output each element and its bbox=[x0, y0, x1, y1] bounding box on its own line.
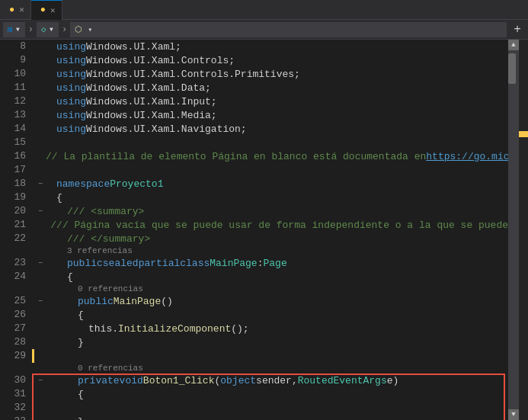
token-kw: using bbox=[56, 110, 86, 121]
collapse-arrow-30[interactable]: − bbox=[35, 377, 46, 385]
line-num-_ref3 bbox=[0, 363, 26, 374]
token-kw: partial bbox=[139, 258, 181, 269]
scroll-up-button[interactable]: ▲ bbox=[508, 40, 519, 50]
line-num-13: 13 bbox=[0, 108, 26, 122]
token-comment: /// <summary> bbox=[67, 206, 144, 217]
code-line-_ref3: 0 referencias bbox=[35, 363, 508, 374]
meta-label: 3 referencias bbox=[35, 246, 133, 255]
token-kw: using bbox=[56, 82, 86, 94]
code-line-15 bbox=[35, 136, 508, 149]
code-line-29 bbox=[35, 349, 508, 363]
line-num-26: 26 bbox=[0, 308, 26, 322]
token-plain: { bbox=[78, 309, 84, 321]
tab-xaml-dot: ● bbox=[40, 5, 46, 15]
line-num-24: 24 bbox=[0, 270, 26, 284]
collapse-arrow-18[interactable]: − bbox=[35, 180, 46, 188]
line-num-25: 25 bbox=[0, 294, 26, 308]
line-num-14: 14 bbox=[0, 122, 26, 136]
line-numbers: 8910111213141516171819202122232425262728… bbox=[0, 40, 32, 420]
line-num-15: 15 bbox=[0, 136, 26, 149]
breadcrumb-sep1: › bbox=[28, 24, 34, 35]
collapse-arrow-20[interactable]: − bbox=[35, 207, 46, 216]
line-num-21: 21 bbox=[0, 218, 26, 232]
add-watch-button[interactable]: + bbox=[510, 22, 525, 37]
breadcrumb-project-arrow: ▾ bbox=[15, 24, 21, 35]
line-num-16: 16 bbox=[0, 149, 26, 163]
code-area[interactable]: using Windows.UI.Xaml;using Windows.UI.X… bbox=[32, 40, 508, 420]
token-plain: } bbox=[78, 337, 84, 348]
breadcrumb-method[interactable]: ⬡ ▾ bbox=[70, 22, 507, 37]
token-kw: public bbox=[67, 258, 103, 269]
token-plain: Windows.UI.Xaml.Navigation; bbox=[86, 123, 247, 135]
line-num-12: 12 bbox=[0, 95, 26, 108]
token-method: MainPage bbox=[114, 296, 161, 307]
code-line-24: { bbox=[35, 270, 508, 284]
code-line-14: using Windows.UI.Xaml.Navigation; bbox=[35, 122, 508, 136]
breadcrumb-project[interactable]: ⊞ ▾ bbox=[3, 22, 25, 37]
collapse-arrow-23[interactable]: − bbox=[35, 259, 46, 268]
code-line-26: { bbox=[35, 308, 508, 322]
editor-area: 8910111213141516171819202122232425262728… bbox=[0, 40, 528, 420]
token-plain: Windows.UI.Xaml.Controls.Primitives; bbox=[86, 69, 300, 80]
token-plain: Windows.UI.Xaml.Data; bbox=[86, 82, 211, 94]
line-num-30: 30 bbox=[0, 374, 26, 387]
token-plain: : bbox=[258, 258, 264, 269]
line-num-22: 22 bbox=[0, 232, 26, 245]
token-kw: object bbox=[220, 375, 256, 386]
code-line-9: using Windows.UI.Xaml.Controls; bbox=[35, 53, 508, 67]
token-ns: Proyecto1 bbox=[110, 178, 163, 190]
minimap bbox=[519, 40, 528, 420]
breadcrumb-method-arrow: ▾ bbox=[88, 25, 92, 34]
scroll-track[interactable] bbox=[508, 50, 519, 409]
token-plain: Windows.UI.Xaml.Input; bbox=[86, 96, 217, 107]
token-kw: using bbox=[56, 41, 86, 53]
line-num-23: 23 bbox=[0, 256, 26, 270]
code-line-22: /// </summary> bbox=[35, 232, 508, 245]
token-plain: Windows.UI.Xaml.Media; bbox=[86, 110, 217, 121]
code-line-10: using Windows.UI.Xaml.Controls.Primitive… bbox=[35, 67, 508, 81]
token-plain: sender, bbox=[256, 375, 298, 386]
token-plain: } bbox=[78, 416, 84, 421]
code-line-20: −/// <summary> bbox=[35, 204, 508, 218]
line-num-28: 28 bbox=[0, 335, 26, 349]
line-num-9: 9 bbox=[0, 53, 26, 67]
code-line-28: } bbox=[35, 335, 508, 349]
scrollbar[interactable]: ▲ ▼ bbox=[508, 40, 519, 420]
line-num-8: 8 bbox=[0, 40, 26, 53]
scroll-down-button[interactable]: ▼ bbox=[508, 409, 519, 420]
token-param-type: RoutedEventArgs bbox=[298, 375, 387, 386]
line-num-33: 33 bbox=[0, 415, 26, 420]
tab-cs-close[interactable]: ✕ bbox=[19, 5, 24, 14]
line-num-_ref1 bbox=[0, 245, 26, 256]
token-plain: (); bbox=[231, 323, 248, 335]
collapse-arrow-25[interactable]: − bbox=[35, 297, 46, 306]
tab-xaml-close[interactable]: ✕ bbox=[50, 5, 56, 15]
token-kw: void bbox=[120, 375, 143, 386]
code-line-17 bbox=[35, 163, 508, 177]
line-num-19: 19 bbox=[0, 191, 26, 204]
token-kw: namespace bbox=[56, 178, 110, 190]
line-num-32: 32 bbox=[0, 401, 26, 415]
token-kw: using bbox=[56, 55, 86, 66]
scroll-thumb[interactable] bbox=[508, 53, 516, 84]
code-line-_ref1: 3 referencias bbox=[35, 245, 508, 256]
line-num-_ref2 bbox=[0, 284, 26, 294]
token-comment: /// Página vacía que se puede usar de fo… bbox=[50, 220, 508, 231]
breadcrumb-class[interactable]: ◇ ▾ bbox=[37, 22, 59, 37]
code-line-16: // La plantilla de elemento Página en bl… bbox=[35, 149, 508, 163]
code-line-19: { bbox=[35, 191, 508, 204]
token-kw: using bbox=[56, 69, 86, 80]
token-plain: Windows.UI.Xaml; bbox=[86, 41, 181, 53]
line-num-11: 11 bbox=[0, 81, 26, 95]
meta-label: 0 referencias bbox=[35, 284, 143, 293]
tab-mainpage-cs[interactable]: ● ✕ bbox=[0, 0, 31, 20]
token-plain: e) bbox=[387, 375, 399, 386]
tab-mainpage-xaml[interactable]: ● ✕ bbox=[31, 0, 62, 20]
token-method: Boton1_Click bbox=[143, 375, 215, 386]
token-plain: { bbox=[78, 389, 84, 400]
token-ns: MainPage bbox=[210, 258, 257, 269]
token-kw: public bbox=[78, 296, 114, 307]
line-num-31: 31 bbox=[0, 387, 26, 401]
token-link[interactable]: https://go.micros bbox=[426, 151, 508, 162]
code-line-32 bbox=[35, 401, 508, 415]
